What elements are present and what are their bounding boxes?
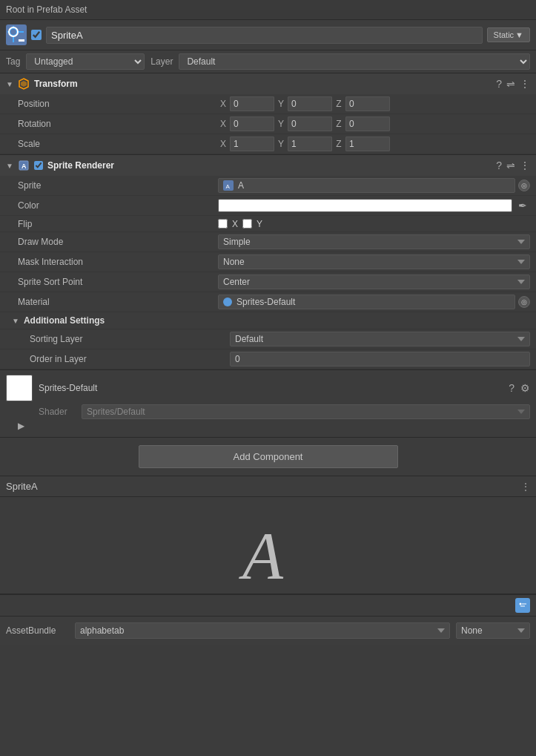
material-gear-icon[interactable]: ⚙ bbox=[520, 382, 530, 394]
sorting-layer-row: Sorting Layer Default bbox=[0, 329, 536, 349]
material-help-icon[interactable]: ? bbox=[509, 382, 515, 394]
shader-expand-icon[interactable]: ▶ bbox=[12, 418, 30, 434]
breadcrumb-text: Root in Prefab Asset bbox=[6, 4, 87, 15]
tag-select[interactable]: Untagged Respawn Finish EditorOnly Playe… bbox=[26, 53, 145, 70]
material-name-text: Sprites-Default bbox=[39, 383, 503, 393]
add-component-button[interactable]: Add Component bbox=[139, 445, 398, 468]
asset-bundle-none-select[interactable]: None bbox=[456, 622, 530, 639]
flip-y-checkbox[interactable] bbox=[242, 219, 252, 229]
material-value-container: Sprites-Default ◎ bbox=[218, 295, 530, 309]
rotation-xyz: X Y Z bbox=[218, 116, 530, 131]
sprite-preview-section: SpriteA ⋮ A bbox=[0, 476, 536, 594]
draw-mode-value-container: Simple Sliced Tiled bbox=[218, 234, 530, 249]
svg-marker-6 bbox=[21, 81, 27, 87]
flip-x-checkbox[interactable] bbox=[218, 219, 228, 229]
rotation-x-input[interactable] bbox=[230, 116, 274, 131]
order-in-layer-row: Order in Layer bbox=[0, 349, 536, 369]
material-select-button[interactable]: ◎ bbox=[518, 296, 530, 308]
order-in-layer-value-container bbox=[230, 352, 530, 367]
sprite-sort-point-select[interactable]: Center Pivot bbox=[218, 275, 530, 289]
transform-title: Transform bbox=[34, 79, 492, 89]
flip-group: X Y bbox=[218, 219, 530, 229]
order-in-layer-input[interactable] bbox=[230, 352, 530, 367]
sprite-field[interactable]: A A bbox=[218, 178, 515, 193]
sprite-value-text: A bbox=[238, 180, 244, 191]
svg-marker-12 bbox=[518, 601, 527, 610]
sprite-renderer-icon: A bbox=[18, 160, 30, 171]
scale-row: Scale X Y Z bbox=[0, 134, 536, 154]
order-in-layer-label: Order in Layer bbox=[30, 354, 230, 364]
tag-label: Tag bbox=[6, 56, 20, 67]
rotation-y-label: Y bbox=[276, 119, 286, 129]
scale-y-input[interactable] bbox=[288, 137, 332, 151]
svg-text:A: A bbox=[21, 162, 27, 170]
material-label: Material bbox=[18, 297, 218, 307]
position-z-input[interactable] bbox=[345, 96, 390, 111]
material-field[interactable]: Sprites-Default bbox=[218, 295, 515, 309]
layer-select[interactable]: Default TransparentFX Ignore Raycast Wat… bbox=[179, 53, 530, 70]
flip-label: Flip bbox=[18, 219, 218, 229]
draw-mode-select[interactable]: Simple Sliced Tiled bbox=[218, 234, 530, 249]
sprite-renderer-caret-icon: ▼ bbox=[6, 162, 13, 170]
mask-interaction-row: Mask Interaction None Visible Inside Mas… bbox=[0, 252, 536, 272]
sprite-renderer-help-icon[interactable]: ? bbox=[496, 160, 502, 171]
transform-sliders-icon[interactable]: ⇌ bbox=[506, 78, 515, 90]
transform-header[interactable]: ▼ Transform ? ⇌ ⋮ bbox=[0, 73, 536, 94]
material-header-row: Sprites-Default ? ⚙ bbox=[6, 375, 530, 401]
tag-icon[interactable] bbox=[515, 598, 530, 613]
sprite-preview-header: SpriteA ⋮ bbox=[0, 476, 536, 497]
svg-text:A: A bbox=[239, 519, 284, 586]
scale-z-input[interactable] bbox=[345, 137, 390, 151]
asset-bundle-label: AssetBundle bbox=[6, 625, 69, 636]
position-y-input[interactable] bbox=[288, 96, 332, 111]
color-label: Color bbox=[18, 200, 218, 211]
sprite-renderer-sliders-icon[interactable]: ⇌ bbox=[506, 160, 515, 171]
color-value-container: ✒ bbox=[218, 198, 530, 213]
rotation-row: Rotation X Y Z bbox=[0, 114, 536, 134]
sprite-preview-menu-icon[interactable]: ⋮ bbox=[521, 481, 530, 492]
sprite-renderer-menu-icon[interactable]: ⋮ bbox=[520, 160, 530, 171]
material-actions: ? ⚙ bbox=[509, 382, 530, 394]
draw-mode-label: Draw Mode bbox=[18, 237, 218, 247]
svg-point-13 bbox=[520, 603, 522, 605]
tag-icon-row bbox=[0, 594, 536, 616]
sorting-layer-label: Sorting Layer bbox=[30, 334, 230, 344]
add-component-row: Add Component bbox=[0, 438, 536, 476]
additional-settings-header[interactable]: ▼ Additional Settings bbox=[0, 312, 536, 329]
static-button[interactable]: Static ▼ bbox=[487, 27, 530, 42]
eyedropper-button[interactable]: ✒ bbox=[515, 198, 530, 213]
sprite-preview-letter: A bbox=[239, 504, 298, 586]
rotation-label: Rotation bbox=[18, 119, 218, 129]
asset-bundle-select[interactable]: alphabetab None bbox=[75, 622, 450, 639]
sprite-select-button[interactable]: ◎ bbox=[518, 180, 530, 191]
scale-x-input[interactable] bbox=[230, 137, 274, 151]
color-field[interactable] bbox=[218, 199, 512, 212]
rotation-z-input[interactable] bbox=[345, 116, 390, 131]
shader-select[interactable]: Sprites/Default bbox=[82, 404, 530, 419]
mask-interaction-select[interactable]: None Visible Inside Mask Visible Outside… bbox=[218, 254, 530, 269]
transform-component: ▼ Transform ? ⇌ ⋮ Position X Y Z Rotatio… bbox=[0, 73, 536, 155]
gameobject-enabled-checkbox[interactable] bbox=[31, 30, 42, 40]
svg-point-0 bbox=[10, 28, 17, 36]
sprite-renderer-enabled-checkbox[interactable] bbox=[34, 161, 43, 170]
sprite-renderer-header[interactable]: ▼ A Sprite Renderer ? ⇌ ⋮ bbox=[0, 155, 536, 176]
bottom-bar: AssetBundle alphabetab None None bbox=[0, 616, 536, 645]
transform-icon bbox=[18, 78, 30, 90]
position-x-input[interactable] bbox=[230, 96, 274, 111]
shader-label: Shader bbox=[39, 407, 76, 417]
gameobject-name-input[interactable] bbox=[46, 27, 483, 44]
rotation-y-input[interactable] bbox=[288, 116, 332, 131]
sprite-sort-point-value-container: Center Pivot bbox=[218, 275, 530, 289]
draw-mode-row: Draw Mode Simple Sliced Tiled bbox=[0, 232, 536, 252]
static-caret-icon: ▼ bbox=[515, 30, 523, 39]
rotation-z-label: Z bbox=[334, 119, 344, 129]
transform-help-icon[interactable]: ? bbox=[496, 78, 502, 90]
sorting-layer-select[interactable]: Default bbox=[230, 332, 530, 346]
material-row: Material Sprites-Default ◎ bbox=[0, 292, 536, 312]
shader-row: Shader Sprites/Default bbox=[6, 404, 530, 419]
gameobject-icon bbox=[6, 24, 27, 45]
transform-actions: ? ⇌ ⋮ bbox=[496, 78, 530, 90]
sprite-preview-name-text: SpriteA bbox=[6, 481, 38, 492]
sprite-renderer-actions: ? ⇌ ⋮ bbox=[496, 160, 530, 171]
transform-menu-icon[interactable]: ⋮ bbox=[520, 78, 530, 90]
